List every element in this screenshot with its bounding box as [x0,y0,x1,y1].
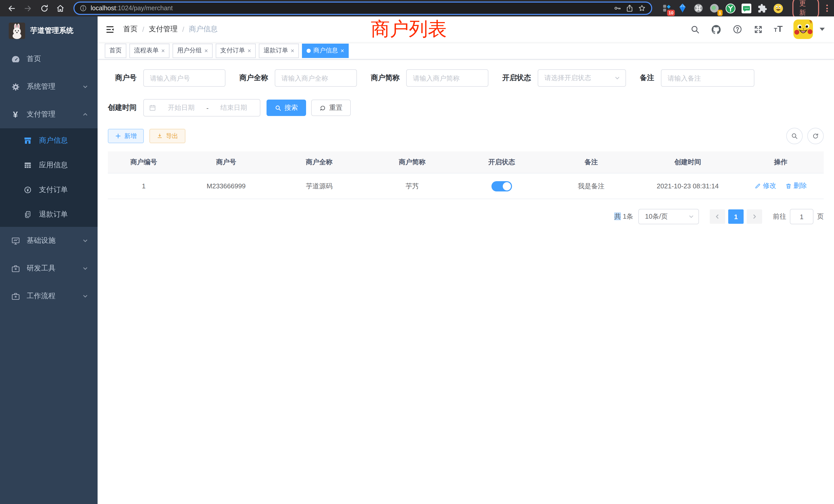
close-icon[interactable]: × [291,47,294,54]
extension-recorder-icon[interactable]: 1 [708,2,721,14]
address-bar[interactable]: localhost:1024/pay/merchant [73,2,653,15]
select-caret-icon [614,75,620,81]
merchant-list-page: 商户号 商户全称 商户简称 开启状态 请选择开启状态 [97,60,834,504]
sidebar-item-app-info[interactable]: 应用信息 [0,153,97,178]
extension-clipboard-icon[interactable]: 10 [661,2,673,14]
avatar-caret-icon[interactable] [820,28,825,31]
sidebar-collapse-icon[interactable] [105,24,115,34]
page-size-select[interactable]: 10条/页 [638,209,699,224]
profile-emoji-icon[interactable] [772,2,785,14]
extension-badge: 10 [667,9,675,16]
create-time-label: 创建时间 [108,103,137,112]
fullscreen-icon[interactable] [753,24,763,34]
extension-command-icon[interactable] [693,2,705,14]
next-page-button[interactable] [747,209,762,224]
site-info-icon[interactable] [79,5,87,12]
sidebar-item-system[interactable]: 系统管理 [0,73,97,100]
bookmark-star-icon[interactable] [638,4,646,12]
table-refresh-icon[interactable] [807,128,824,144]
grid-icon [22,161,34,170]
chevron-right-icon [751,213,758,220]
short-name-label: 商户简称 [371,73,399,83]
prev-page-button[interactable] [710,209,725,224]
sidebar: 芋道管理系统 首页 系统管理 ¥ 支付管理 [0,17,97,504]
tab-process-form[interactable]: 流程表单 × [129,43,170,58]
github-icon[interactable] [711,24,722,35]
date-range-picker[interactable]: 开始日期 - 结束日期 [143,99,260,116]
pay-submenu: 商户信息 应用信息 支付订单 [0,128,97,227]
app-logo: 芋道管理系统 [0,17,97,45]
sidebar-item-pay[interactable]: ¥ 支付管理 [0,100,97,128]
extensions-puzzle-icon[interactable] [756,2,769,14]
full-name-input[interactable] [275,69,357,87]
home-icon[interactable] [54,2,67,15]
browser-extensions: 10 1 [661,2,785,14]
password-key-icon[interactable] [613,4,622,12]
close-icon[interactable]: × [341,47,344,54]
chevron-down-icon [82,293,88,299]
sidebar-item-merchant-info[interactable]: 商户信息 [0,128,97,153]
share-icon[interactable] [626,4,634,12]
merchant-table: 商户编号 商户号 商户全称 商户简称 开启状态 备注 创建时间 操作 1 [108,152,824,199]
short-name-input[interactable] [406,69,488,87]
tags-view: 首页 流程表单 × 用户分组 × 支付订单 × 退款订单 × [97,42,834,60]
avatar[interactable] [793,20,813,39]
remark-input[interactable] [661,69,754,87]
export-button[interactable]: 导出 [150,129,185,143]
cell-short-name: 芋艿 [366,173,459,199]
delete-link[interactable]: 删除 [785,181,807,191]
sidebar-item-workflow[interactable]: 工作流程 [0,282,97,310]
tab-user-group[interactable]: 用户分组 × [173,43,213,58]
help-icon[interactable] [732,24,743,35]
search-button[interactable]: 搜索 [266,99,306,116]
plus-icon [115,133,121,139]
merchant-no-input[interactable] [143,69,225,87]
extension-kite-icon[interactable] [677,2,689,14]
edit-link[interactable]: 修改 [755,181,776,191]
reset-button[interactable]: 重置 [311,99,351,116]
close-icon[interactable]: × [247,47,251,54]
header-search-icon[interactable] [690,24,700,34]
full-name-label: 商户全称 [239,73,268,83]
page-number-1[interactable]: 1 [728,209,744,224]
goto-label: 前往 [773,212,786,221]
edit-pencil-icon [755,183,761,189]
close-icon[interactable]: × [161,47,165,54]
sidebar-item-devtools[interactable]: 研发工具 [0,255,97,282]
sidebar-item-infra[interactable]: 基础设施 [0,227,97,255]
extension-chat-icon[interactable] [740,2,753,14]
table-search-toggle-icon[interactable] [786,128,803,144]
goto-page-input[interactable] [790,209,813,224]
tab-refund-order[interactable]: 退款订单 × [259,43,299,58]
document-icon [22,210,34,219]
sidebar-item-home[interactable]: 首页 [0,45,97,73]
merchant-no-label: 商户号 [108,73,137,83]
close-icon[interactable]: × [204,47,208,54]
status-select[interactable]: 请选择开启状态 [538,69,626,87]
forward-icon[interactable] [21,2,35,15]
browser-menu-icon[interactable] [826,5,828,12]
tab-merchant-info[interactable]: 商户信息 × [302,43,349,58]
yen-icon: ¥ [9,110,22,119]
status-toggle[interactable] [491,181,512,191]
dashboard-icon [9,54,22,64]
extension-y-icon[interactable] [724,2,737,14]
add-button[interactable]: 新增 [108,129,144,143]
breadcrumb-pay[interactable]: 支付管理 [149,25,178,34]
font-size-icon[interactable]: TT [774,24,783,35]
cell-remark: 我是备注 [545,173,638,199]
browser-toolbar: localhost:1024/pay/merchant 10 [0,0,834,17]
chevron-down-icon [82,84,88,90]
table-header-row: 商户编号 商户号 商户全称 商户简称 开启状态 备注 创建时间 操作 [108,152,824,173]
breadcrumb-home[interactable]: 首页 [123,25,138,34]
pagination: 共 1条 10条/页 1 前往 页 [108,209,824,224]
tab-home[interactable]: 首页 [105,43,126,58]
search-icon [275,105,281,111]
tab-pay-order[interactable]: 支付订单 × [216,43,256,58]
app-title: 芋道管理系统 [30,26,73,36]
trash-icon [785,183,792,189]
sidebar-item-refund-order[interactable]: 退款订单 [0,202,97,227]
sidebar-item-pay-order[interactable]: 支付订单 [0,178,97,202]
back-icon[interactable] [5,2,18,15]
reload-icon[interactable] [38,2,51,15]
